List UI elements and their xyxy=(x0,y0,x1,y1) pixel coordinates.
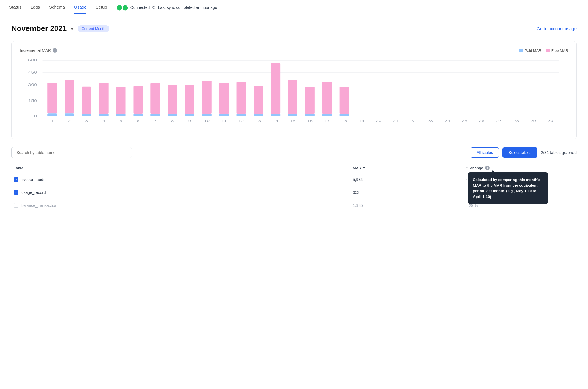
col-percent-header: % change i Calculated by comparing this … xyxy=(463,163,577,173)
header-row: November 2021 ▼ Current Month Go to acco… xyxy=(11,24,577,33)
svg-rect-25 xyxy=(133,114,143,116)
month-dropdown[interactable]: ▼ xyxy=(70,26,74,31)
chart-area: 600 450 300 150 0 1234567891011121314151… xyxy=(20,57,568,132)
svg-rect-60 xyxy=(340,87,349,114)
svg-rect-52 xyxy=(288,114,297,116)
table-cell-name: usage_record xyxy=(11,186,351,199)
svg-text:6: 6 xyxy=(137,119,140,122)
svg-rect-31 xyxy=(168,114,177,116)
svg-text:30: 30 xyxy=(548,119,553,122)
svg-text:5: 5 xyxy=(119,119,122,122)
col-table-header: Table xyxy=(11,163,351,173)
nav-divider xyxy=(112,4,112,11)
legend-free: Free MAR xyxy=(546,48,568,53)
svg-text:24: 24 xyxy=(444,119,450,122)
svg-text:9: 9 xyxy=(188,119,191,122)
svg-rect-34 xyxy=(185,114,194,116)
go-to-account-link[interactable]: Go to account usage xyxy=(537,26,577,31)
table-name-label: balance_transaction xyxy=(21,203,57,208)
svg-text:0: 0 xyxy=(34,114,37,118)
svg-rect-39 xyxy=(219,83,229,114)
svg-rect-45 xyxy=(254,86,263,114)
tab-schema[interactable]: Schema xyxy=(49,1,65,14)
tables-graphed-label: 2/31 tables graphed xyxy=(541,150,577,155)
svg-rect-30 xyxy=(168,85,177,114)
svg-rect-13 xyxy=(65,113,74,116)
percent-change-tooltip-container[interactable]: i Calculated by comparing this month's M… xyxy=(485,166,490,170)
svg-rect-16 xyxy=(82,114,91,116)
top-nav: Status Logs Schema Usage Setup ⬤⬤ Connec… xyxy=(0,0,588,15)
svg-rect-37 xyxy=(202,114,212,116)
chart-info-icon[interactable]: i xyxy=(53,48,57,53)
svg-text:300: 300 xyxy=(28,83,37,87)
svg-text:18: 18 xyxy=(341,119,347,122)
nav-status: ⬤⬤ Connected ↻ Last sync completed an ho… xyxy=(117,4,217,11)
svg-text:150: 150 xyxy=(28,99,37,102)
svg-text:23: 23 xyxy=(428,119,433,122)
svg-rect-10 xyxy=(47,113,57,116)
table-cell-mar: 653 xyxy=(351,186,464,199)
percent-info-icon[interactable]: i xyxy=(485,166,490,170)
svg-text:3: 3 xyxy=(85,119,88,122)
svg-rect-21 xyxy=(116,87,126,114)
legend-paid-dot xyxy=(519,49,523,52)
svg-text:15: 15 xyxy=(290,119,295,122)
svg-rect-9 xyxy=(47,83,57,113)
select-tables-button[interactable]: Select tables xyxy=(502,147,537,158)
svg-rect-22 xyxy=(116,114,126,116)
svg-text:16: 16 xyxy=(307,119,313,122)
legend-paid: Paid MAR xyxy=(519,48,541,53)
svg-text:28: 28 xyxy=(513,119,519,122)
tab-setup[interactable]: Setup xyxy=(96,1,107,14)
data-table: Table MAR ▼ % change i xyxy=(11,163,577,212)
table-cell-name: fivetran_audit xyxy=(11,173,351,186)
chart-card: Incremental MAR i Paid MAR Free MAR xyxy=(11,41,577,139)
svg-rect-57 xyxy=(322,82,332,114)
svg-rect-12 xyxy=(65,80,74,113)
svg-text:21: 21 xyxy=(393,119,399,122)
svg-text:8: 8 xyxy=(171,119,174,122)
svg-rect-42 xyxy=(237,82,246,114)
chart-header: Incremental MAR i Paid MAR Free MAR xyxy=(20,48,568,53)
connected-label: Connected xyxy=(130,5,150,10)
sync-label: Last sync completed an hour ago xyxy=(158,5,217,10)
svg-rect-19 xyxy=(99,114,109,116)
col-mar-header[interactable]: MAR ▼ xyxy=(351,163,464,173)
svg-rect-40 xyxy=(219,114,229,116)
tab-logs[interactable]: Logs xyxy=(31,1,40,14)
page-content: November 2021 ▼ Current Month Go to acco… xyxy=(0,15,588,221)
search-input[interactable] xyxy=(11,147,132,158)
connected-icon: ⬤⬤ xyxy=(117,4,128,11)
svg-text:14: 14 xyxy=(273,119,278,122)
svg-rect-24 xyxy=(133,86,143,114)
nav-tabs: Status Logs Schema Usage Setup xyxy=(9,1,107,14)
svg-text:19: 19 xyxy=(359,119,364,122)
checkbox-checked[interactable] xyxy=(14,177,18,182)
svg-text:12: 12 xyxy=(238,119,244,122)
svg-text:1: 1 xyxy=(51,119,54,122)
bar-chart-svg: 600 450 300 150 0 1234567891011121314151… xyxy=(20,57,568,132)
chart-title: Incremental MAR i xyxy=(20,48,57,53)
header-left: November 2021 ▼ Current Month xyxy=(11,24,109,33)
all-tables-button[interactable]: All tables xyxy=(471,147,499,158)
table-cell-mar: 5,934 xyxy=(351,173,464,186)
mar-sort-icon: ▼ xyxy=(362,166,365,170)
svg-rect-18 xyxy=(99,83,109,114)
svg-text:2: 2 xyxy=(68,119,71,122)
tab-usage[interactable]: Usage xyxy=(74,1,86,14)
svg-rect-49 xyxy=(271,114,280,116)
svg-text:26: 26 xyxy=(479,119,484,122)
svg-rect-54 xyxy=(305,87,315,114)
svg-rect-55 xyxy=(305,114,315,116)
svg-rect-28 xyxy=(150,114,160,116)
tab-status[interactable]: Status xyxy=(9,1,22,14)
checkbox-unchecked[interactable] xyxy=(14,203,18,208)
table-name-label: fivetran_audit xyxy=(21,177,45,182)
svg-text:22: 22 xyxy=(410,119,416,122)
svg-rect-33 xyxy=(185,85,194,114)
tooltip-box: Calculated by comparing this month's MAR… xyxy=(468,172,548,204)
svg-text:25: 25 xyxy=(462,119,467,122)
svg-rect-15 xyxy=(82,87,91,114)
checkbox-checked[interactable] xyxy=(14,190,18,195)
svg-rect-48 xyxy=(271,63,280,114)
